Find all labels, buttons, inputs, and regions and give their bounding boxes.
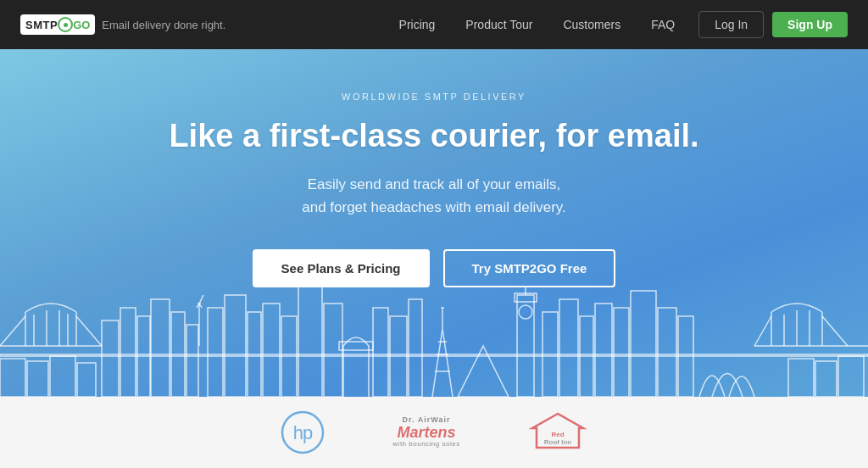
dr-martens-logo: Dr. AirWair Martens with bouncing soles [392, 416, 459, 448]
hero-desc-line1: Easily send and track all of your emails… [308, 176, 561, 192]
login-button[interactable]: Log In [698, 11, 764, 38]
logo-tagline: Email delivery done right. [102, 19, 225, 31]
signup-button[interactable]: Sign Up [772, 12, 848, 37]
svg-text:Roof Inn: Roof Inn [543, 438, 571, 446]
svg-rect-15 [186, 325, 198, 397]
hero-desc-line2: and forget headaches with email delivery… [302, 199, 566, 215]
svg-rect-20 [225, 295, 246, 397]
svg-line-4 [0, 316, 25, 346]
svg-rect-24 [298, 287, 322, 397]
svg-point-35 [519, 305, 532, 319]
nav-customers[interactable]: Customers [549, 11, 634, 38]
logo-smtp-text: SMTP [25, 19, 58, 31]
dm-main-text: Martens [392, 425, 459, 442]
svg-rect-58 [815, 361, 837, 397]
svg-text:Red: Red [551, 431, 564, 438]
svg-rect-55 [50, 356, 75, 397]
logo-container[interactable]: SMTP GO Email delivery done right. [20, 14, 225, 35]
svg-rect-13 [151, 299, 170, 397]
svg-rect-29 [409, 299, 422, 397]
svg-rect-59 [838, 356, 864, 397]
navbar-left: SMTP GO Email delivery done right. [20, 14, 225, 35]
hp-logo-svg: hp [281, 410, 325, 454]
svg-rect-11 [120, 308, 136, 397]
svg-rect-53 [0, 359, 25, 397]
navbar: SMTP GO Email delivery done right. Prici… [0, 0, 868, 49]
svg-line-47 [754, 316, 771, 346]
nav-faq[interactable]: FAQ [637, 11, 688, 38]
red-roof-logo-svg: Red Roof Inn [528, 410, 587, 452]
svg-rect-27 [373, 308, 388, 397]
logo-go-text: GO [73, 19, 90, 31]
logo-dot-icon [64, 23, 68, 27]
nav-pricing[interactable]: Pricing [386, 11, 449, 38]
svg-rect-19 [208, 308, 223, 397]
svg-rect-56 [77, 363, 96, 397]
svg-rect-10 [102, 320, 119, 397]
hero-title: Like a first-class courier, for email. [169, 117, 698, 156]
svg-rect-40 [614, 308, 629, 397]
hero-section: WORLDWIDE SMTP DELIVERY Like a first-cla… [0, 49, 868, 397]
hero-description: Easily send and track all of your emails… [302, 173, 566, 219]
svg-rect-39 [595, 304, 612, 397]
svg-rect-37 [559, 299, 578, 397]
logos-section: hp Dr. AirWair Martens with bouncing sol… [0, 397, 868, 468]
city-skyline [0, 261, 868, 397]
hero-subtitle: WORLDWIDE SMTP DELIVERY [342, 92, 526, 102]
logo-badge: SMTP GO [20, 14, 95, 35]
dm-sub-text: with bouncing soles [392, 441, 459, 448]
svg-rect-26 [339, 342, 373, 350]
svg-line-48 [822, 316, 848, 346]
svg-line-5 [76, 316, 102, 346]
svg-rect-54 [27, 361, 48, 397]
svg-text:hp: hp [293, 422, 313, 443]
svg-line-18 [199, 295, 203, 304]
red-roof-inn-logo: Red Roof Inn [528, 410, 587, 455]
nav-product-tour[interactable]: Product Tour [452, 11, 546, 38]
svg-rect-57 [788, 359, 814, 397]
svg-rect-42 [658, 308, 676, 397]
svg-rect-52 [0, 354, 868, 356]
svg-rect-41 [631, 291, 656, 397]
hp-logo: hp [281, 410, 325, 454]
logo-circle-icon [58, 17, 73, 32]
navbar-nav: Pricing Product Tour Customers FAQ Log I… [386, 11, 848, 38]
svg-rect-22 [263, 304, 280, 397]
